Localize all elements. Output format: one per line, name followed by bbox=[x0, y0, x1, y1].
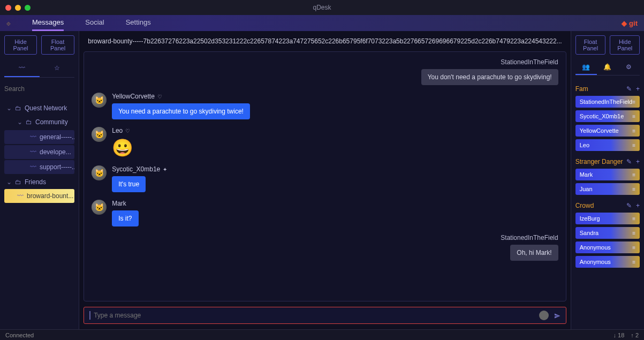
tree-friend-broward[interactable]: 〰 broward-bount... bbox=[4, 189, 74, 203]
member-name: Sandra bbox=[580, 230, 598, 236]
send-button[interactable] bbox=[554, 312, 560, 319]
avatar: 🐱 bbox=[92, 200, 107, 215]
right-tab-notifications[interactable]: 🔔 bbox=[597, 60, 618, 75]
sender-name: YellowCorvette bbox=[112, 93, 155, 100]
right-tab-people[interactable]: 👥 bbox=[575, 60, 597, 75]
plus-icon[interactable]: + bbox=[636, 85, 640, 93]
message-bubble: It's true bbox=[112, 176, 146, 192]
left-tab-activity[interactable]: 〰 bbox=[4, 60, 40, 77]
message-sender: Mark bbox=[112, 200, 138, 207]
menu-icon[interactable]: ≡ bbox=[632, 114, 635, 119]
message-input[interactable] bbox=[94, 312, 534, 319]
message-bubble: You need a parachute to go skydiving twi… bbox=[112, 103, 250, 119]
message-bubble: You don't need a parachute to go skydivi… bbox=[421, 69, 558, 85]
group-name: Stranger Danger bbox=[575, 158, 623, 165]
member-item[interactable]: Juan≡ bbox=[575, 183, 640, 195]
window-minimize-button[interactable] bbox=[15, 5, 21, 11]
chat-area: broward-bounty-----7b22637276223a22502d3… bbox=[79, 31, 571, 329]
folder-icon: 🗀 bbox=[26, 118, 32, 126]
bell-icon: 🔔 bbox=[603, 63, 611, 71]
menu-icon[interactable]: ≡ bbox=[632, 186, 635, 192]
tree-channel-support[interactable]: 〰 support-----... bbox=[4, 160, 74, 174]
search-input[interactable] bbox=[4, 85, 79, 93]
channel-icon: 〰 bbox=[30, 148, 36, 156]
chevron-down-icon: ⌄ bbox=[6, 178, 12, 186]
tree-community[interactable]: ⌄ 🗀 Community bbox=[4, 115, 74, 129]
menu-icon[interactable]: ≡ bbox=[632, 99, 635, 105]
member-item[interactable]: Mark≡ bbox=[575, 169, 640, 180]
folder-icon: 🗀 bbox=[15, 178, 21, 186]
star-icon: ✦ bbox=[163, 167, 167, 172]
window-close-button[interactable] bbox=[5, 5, 11, 11]
member-item[interactable]: Anonymous≡ bbox=[575, 256, 640, 268]
connection-status: Connected bbox=[5, 332, 34, 338]
download-indicator: ↓ 18 bbox=[613, 332, 625, 338]
tab-settings[interactable]: Settings bbox=[126, 15, 151, 31]
member-name: Mark bbox=[580, 171, 593, 178]
edit-icon[interactable]: ✎ bbox=[626, 158, 632, 165]
float-panel-button-right[interactable]: Float Panel bbox=[575, 35, 606, 55]
brand-logo: ⟐ bbox=[6, 19, 11, 27]
member-item[interactable]: StationedInTheField≡ bbox=[575, 96, 640, 108]
menu-icon[interactable]: ≡ bbox=[632, 172, 635, 178]
avatar: 🐱 bbox=[92, 127, 107, 142]
hide-panel-button[interactable]: Hide Panel bbox=[4, 35, 37, 55]
member-item[interactable]: Leo≡ bbox=[575, 139, 640, 151]
member-item[interactable]: IzeBurg≡ bbox=[575, 213, 640, 224]
git-label: git bbox=[629, 19, 638, 27]
message-outgoing: StationedInTheField Oh, hi Mark! bbox=[92, 234, 558, 261]
chat-scroll[interactable]: StationedInTheField You don't need a par… bbox=[84, 51, 566, 301]
tree-label: Community bbox=[35, 118, 68, 126]
member-item[interactable]: YellowCorvette≡ bbox=[575, 125, 640, 137]
member-name: Anonymous bbox=[580, 259, 611, 265]
tab-messages[interactable]: Messages bbox=[32, 15, 64, 31]
float-panel-button[interactable]: Float Panel bbox=[41, 35, 74, 55]
tree-channel-develope[interactable]: 〰 develope... bbox=[4, 145, 74, 159]
right-tab-settings[interactable]: ⚙ bbox=[618, 60, 640, 75]
group-name: Crowd bbox=[575, 202, 594, 209]
gear-icon: ⚙ bbox=[626, 63, 632, 71]
menu-icon[interactable]: ≡ bbox=[632, 128, 635, 134]
edit-icon[interactable]: ✎ bbox=[626, 202, 632, 209]
chevron-down-icon: ⌄ bbox=[6, 104, 12, 112]
message-bubble: Oh, hi Mark! bbox=[510, 245, 558, 261]
member-name: IzeBurg bbox=[580, 215, 600, 222]
window-maximize-button[interactable] bbox=[25, 5, 31, 11]
plus-icon[interactable]: + bbox=[636, 202, 640, 209]
plus-icon[interactable]: + bbox=[636, 158, 640, 165]
edit-icon[interactable]: ✎ bbox=[626, 85, 632, 93]
tree-friends[interactable]: ⌄ 🗀 Friends bbox=[4, 175, 74, 189]
statusbar: Connected ↓ 18 ↑ 2 bbox=[0, 329, 644, 340]
menu-icon[interactable]: ≡ bbox=[632, 216, 635, 222]
tree-quest-network[interactable]: ⌄ 🗀 Quest Network bbox=[4, 101, 74, 115]
menu-icon[interactable]: ≡ bbox=[632, 230, 635, 236]
tree-label: broward-bount... bbox=[27, 192, 73, 200]
emoji-picker-button[interactable] bbox=[539, 311, 549, 320]
menu-icon[interactable]: ≡ bbox=[632, 142, 635, 148]
tree-label: Quest Network bbox=[25, 104, 67, 112]
message-sender: StationedInTheField bbox=[92, 234, 558, 241]
titlebar: qDesk bbox=[0, 0, 644, 15]
menu-icon[interactable]: ≡ bbox=[632, 259, 635, 265]
member-item[interactable]: Sandra≡ bbox=[575, 227, 640, 239]
upload-value: 2 bbox=[635, 332, 639, 338]
download-value: 18 bbox=[618, 332, 624, 338]
member-item[interactable]: Sycotic_X0mb1e≡ bbox=[575, 110, 640, 122]
git-badge[interactable]: ◆ git bbox=[622, 19, 638, 27]
tree-label: Friends bbox=[25, 178, 46, 186]
tree-channel-general[interactable]: 〰 general-----... bbox=[4, 130, 74, 144]
send-icon bbox=[554, 313, 560, 319]
menu-icon[interactable]: ≡ bbox=[632, 245, 635, 251]
upload-indicator: ↑ 2 bbox=[631, 332, 639, 338]
avatar: 🐱 bbox=[92, 165, 107, 180]
message-sender: YellowCorvette ♡ bbox=[112, 93, 250, 100]
sender-name: Mark bbox=[112, 200, 126, 207]
member-name: Leo bbox=[580, 142, 589, 148]
tab-social[interactable]: Social bbox=[85, 15, 104, 31]
member-item[interactable]: Anonymous≡ bbox=[575, 241, 640, 253]
avatar: 🐱 bbox=[92, 93, 107, 108]
message-bubble: Is it? bbox=[112, 210, 138, 226]
left-tab-favorites[interactable]: ☆ bbox=[40, 60, 75, 77]
channel-icon: 〰 bbox=[30, 163, 36, 171]
hide-panel-button-right[interactable]: Hide Panel bbox=[610, 35, 640, 55]
